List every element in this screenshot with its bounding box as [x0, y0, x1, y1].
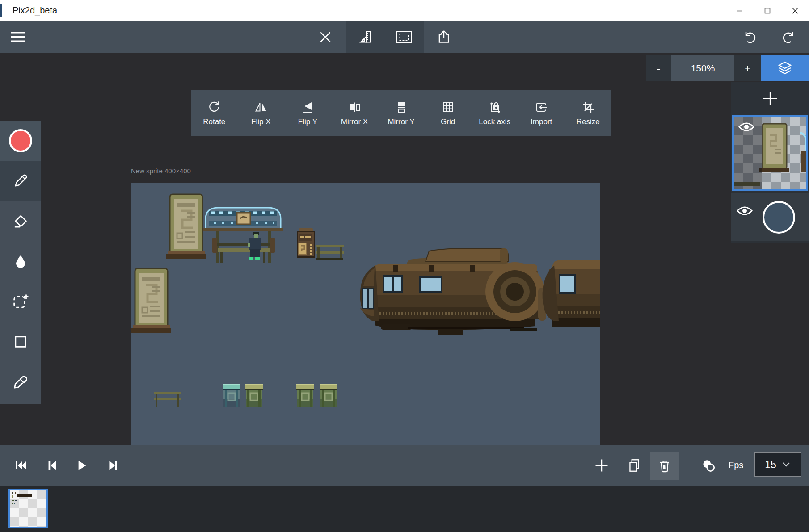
skip-to-start-button[interactable] — [10, 452, 31, 478]
pencil-tool-button[interactable] — [0, 161, 41, 201]
eyedropper-tool-button[interactable] — [0, 362, 41, 402]
sprite-crate-green-1 — [245, 384, 263, 407]
sprite-vending-machine — [297, 228, 315, 258]
layer-item-background[interactable] — [731, 193, 809, 241]
add-frame-icon — [594, 457, 610, 473]
sprite-sign-second — [131, 268, 171, 333]
grid-icon — [441, 100, 455, 114]
rotate-icon — [207, 100, 221, 114]
close-button[interactable] — [781, 0, 809, 21]
fps-label: Fps — [729, 460, 743, 470]
lock-axis-button[interactable]: Lock axis — [471, 90, 518, 136]
close-icon — [792, 7, 799, 14]
flip-x-icon — [254, 100, 268, 114]
select-icon — [12, 293, 29, 310]
layers-icon — [777, 61, 793, 76]
redo-icon — [781, 29, 796, 45]
mirror-y-icon — [394, 100, 409, 114]
share-export-button[interactable] — [431, 21, 456, 53]
deselect-button[interactable] — [313, 21, 338, 53]
resize-button[interactable]: Resize — [565, 90, 612, 136]
sprite-canvas[interactable] — [131, 183, 600, 445]
grid-button[interactable]: Grid — [425, 90, 472, 136]
maximize-button[interactable] — [754, 0, 781, 21]
fill-drop-icon — [12, 252, 29, 270]
undo-icon — [742, 29, 757, 45]
pencil-icon — [12, 172, 29, 190]
grid-label: Grid — [441, 117, 455, 126]
layer-item-sprite[interactable] — [732, 115, 808, 191]
title-bar: Pix2d_beta — [0, 0, 809, 21]
layer-visibility-toggle[interactable] — [737, 121, 755, 134]
resize-icon — [581, 100, 595, 114]
window-title: Pix2d_beta — [13, 5, 57, 16]
duplicate-frame-button[interactable] — [624, 452, 645, 478]
import-label: Import — [531, 117, 552, 126]
sprite-crate-green-3 — [320, 384, 337, 407]
add-frame-button[interactable] — [591, 452, 612, 478]
delete-frame-button[interactable] — [650, 452, 679, 480]
animation-frames-button[interactable] — [384, 21, 423, 53]
rectangle-icon — [12, 333, 29, 351]
hamburger-menu-icon — [10, 31, 26, 43]
color-swatch-button[interactable] — [0, 121, 41, 161]
layers-toggle-button[interactable] — [761, 55, 809, 81]
flip-y-button[interactable]: Flip Y — [284, 90, 331, 136]
sprite-bus-stop — [203, 208, 283, 263]
mirror-y-button[interactable]: Mirror Y — [378, 90, 425, 136]
sprite-seated-person — [248, 232, 261, 260]
play-button[interactable] — [71, 452, 92, 478]
lock-axis-label: Lock axis — [479, 117, 510, 126]
minimize-button[interactable] — [726, 0, 754, 21]
canvas-art — [131, 183, 600, 445]
eye-icon — [736, 205, 754, 217]
background-color-swatch — [763, 201, 795, 234]
eye-icon — [737, 121, 755, 133]
frame-thumbnail-art — [10, 490, 46, 527]
sprite-vehicle-partial — [543, 260, 600, 327]
delete-frame-icon — [657, 458, 672, 473]
ruler-tool-button[interactable] — [346, 21, 384, 53]
frame-thumbnail-1[interactable] — [8, 489, 48, 528]
sprite-crate-green-2 — [296, 384, 314, 407]
zoom-level: 150% — [671, 55, 734, 81]
minimize-icon — [736, 7, 743, 14]
mirror-x-icon — [347, 100, 362, 114]
lock-axis-icon — [488, 100, 502, 114]
next-frame-button[interactable] — [103, 452, 124, 478]
app-window: Pix2d_beta — [0, 0, 809, 532]
flip-y-label: Flip Y — [298, 117, 317, 126]
fill-tool-button[interactable] — [0, 241, 41, 281]
select-tool-button[interactable] — [0, 281, 41, 322]
eraser-tool-button[interactable] — [0, 201, 41, 241]
sprite-sign-large — [166, 194, 206, 259]
top-toolbar-mode-group — [346, 21, 424, 53]
timeline — [0, 486, 809, 532]
skip-to-start-icon — [13, 458, 28, 473]
import-button[interactable]: Import — [518, 90, 565, 136]
hamburger-menu-button[interactable] — [5, 21, 30, 53]
maximize-icon — [764, 7, 771, 14]
rotate-label: Rotate — [203, 117, 225, 126]
add-layer-icon — [761, 89, 779, 107]
fps-value: 15 — [765, 459, 776, 471]
zoom-out-button[interactable]: - — [646, 55, 671, 81]
sprite-vehicle — [360, 248, 546, 335]
zoom-in-button[interactable]: + — [734, 55, 761, 81]
previous-frame-button[interactable] — [41, 452, 63, 478]
current-color-swatch — [9, 129, 32, 152]
flip-x-button[interactable]: Flip X — [238, 90, 285, 136]
rectangle-tool-button[interactable] — [0, 322, 41, 362]
fps-dropdown[interactable]: 15 — [754, 452, 801, 477]
app-icon — [0, 4, 2, 17]
onion-skin-button[interactable] — [698, 452, 719, 478]
onion-skin-icon — [700, 457, 716, 473]
background-layer-visibility-toggle[interactable] — [736, 205, 754, 218]
rotate-button[interactable]: Rotate — [191, 90, 238, 136]
undo-button[interactable] — [737, 21, 762, 53]
mirror-x-button[interactable]: Mirror X — [331, 90, 378, 136]
redo-button[interactable] — [776, 21, 801, 53]
add-layer-button[interactable] — [731, 82, 809, 115]
tool-options-bar: Rotate Flip X Flip Y Mirror X — [191, 90, 611, 136]
play-icon — [74, 458, 89, 473]
